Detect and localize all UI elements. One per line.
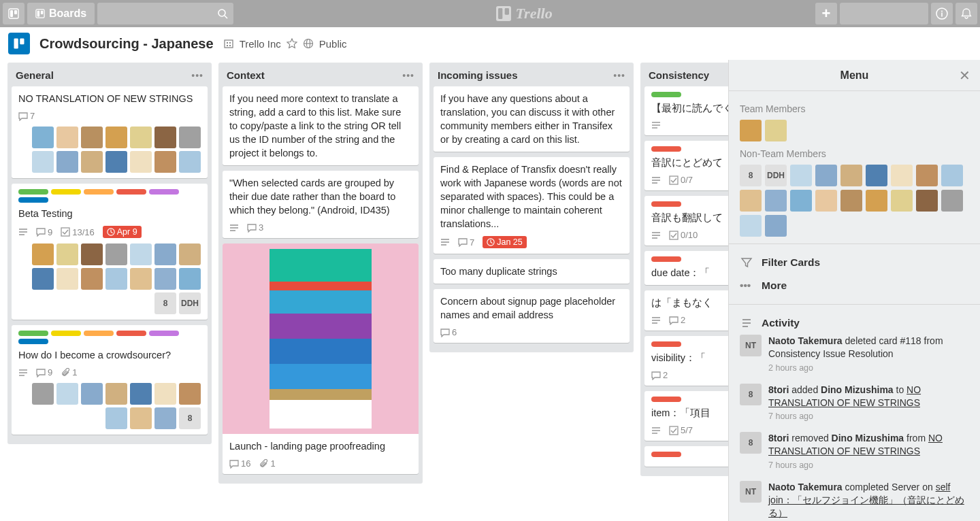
label[interactable] [84, 331, 114, 336]
avatar[interactable] [56, 127, 78, 148]
avatar[interactable]: NT [740, 335, 762, 356]
avatar[interactable] [154, 383, 176, 405]
avatar[interactable] [891, 165, 913, 186]
avatar[interactable] [105, 127, 127, 148]
avatar[interactable] [130, 243, 152, 265]
avatar[interactable] [740, 215, 762, 237]
visibility[interactable]: Public [319, 38, 347, 50]
card[interactable]: How do I become a crowdsourcer? 9 18 [12, 325, 208, 435]
card[interactable]: Launch - landing page proofreading 16 1 [223, 243, 419, 474]
avatar[interactable] [740, 120, 762, 141]
label[interactable] [651, 397, 681, 402]
avatar[interactable] [56, 268, 78, 290]
avatar[interactable] [105, 383, 127, 405]
label[interactable] [651, 341, 681, 347]
card[interactable]: は「まもなく 2 [644, 290, 728, 331]
create-button[interactable]: + [815, 3, 837, 24]
avatar[interactable] [179, 268, 201, 290]
avatar[interactable] [179, 151, 201, 173]
avatar[interactable] [130, 127, 152, 148]
label[interactable] [84, 189, 114, 195]
card[interactable]: item：「項目 5/7 [644, 391, 728, 441]
filter-cards-link[interactable]: Filter Cards [740, 251, 969, 274]
avatar[interactable] [105, 243, 127, 265]
label[interactable] [149, 331, 179, 336]
board-title[interactable]: Crowdsourcing - Japanese [39, 36, 214, 52]
avatar[interactable] [765, 190, 787, 212]
list-menu-icon[interactable]: ••• [402, 70, 414, 81]
card[interactable]: If you need more context to translate a … [223, 86, 419, 165]
avatar-initials[interactable]: 8 [154, 292, 176, 314]
star-icon[interactable] [287, 38, 297, 49]
boards-button[interactable]: Boards [27, 3, 95, 24]
search-input[interactable] [97, 3, 233, 24]
label[interactable] [18, 331, 48, 336]
avatar[interactable] [32, 151, 54, 173]
avatar[interactable] [56, 243, 78, 265]
card[interactable]: visibility：「 2 [644, 336, 728, 386]
avatar-initials[interactable]: 8 [740, 165, 762, 186]
card[interactable]: Too many duplicate strings [434, 259, 630, 284]
label[interactable] [149, 189, 179, 195]
avatar[interactable] [56, 383, 78, 405]
avatar[interactable] [81, 243, 103, 265]
label[interactable] [651, 201, 681, 207]
avatar[interactable] [179, 127, 201, 148]
avatar[interactable] [130, 268, 152, 290]
avatar[interactable] [154, 268, 176, 290]
avatar[interactable] [916, 190, 938, 212]
list-title[interactable]: Incoming issues [438, 69, 518, 81]
avatar[interactable] [81, 127, 103, 148]
avatar[interactable] [790, 165, 812, 186]
avatar[interactable] [105, 268, 127, 290]
avatar[interactable] [56, 151, 78, 173]
avatar[interactable] [866, 190, 887, 212]
avatar[interactable] [840, 165, 862, 186]
avatar-initials[interactable]: 8 [179, 407, 201, 429]
card[interactable] [644, 446, 728, 467]
avatar[interactable] [941, 165, 963, 186]
list-title[interactable]: General [16, 69, 54, 81]
label[interactable] [51, 189, 81, 195]
card[interactable]: NO TRANSLATION OF NEW STRINGS 7 [12, 86, 208, 178]
label[interactable] [51, 331, 81, 336]
avatar[interactable] [81, 268, 103, 290]
avatar[interactable] [130, 383, 152, 405]
label[interactable] [18, 189, 48, 195]
user-menu[interactable] [840, 3, 928, 24]
label[interactable] [651, 256, 681, 262]
avatar[interactable] [154, 407, 176, 429]
avatar[interactable] [765, 120, 787, 141]
card[interactable]: 音訳にとどめて 0/7 [644, 141, 728, 190]
card[interactable]: Find & Replace of Transfix doesn't reall… [434, 157, 630, 254]
avatar[interactable] [154, 243, 176, 265]
avatar[interactable] [32, 243, 54, 265]
card[interactable]: "When selected cards are grouped by thei… [223, 171, 419, 238]
card[interactable]: Beta Testing 9 13/16 Apr 98DDH [12, 184, 208, 320]
avatar[interactable]: NT [740, 481, 762, 503]
avatar[interactable] [941, 190, 963, 212]
avatar-initials[interactable]: DDH [765, 165, 787, 186]
avatar-initials[interactable]: DDH [179, 292, 201, 314]
list-title[interactable]: Consistency [649, 69, 709, 81]
avatar[interactable] [105, 151, 127, 173]
list-menu-icon[interactable]: ••• [613, 70, 625, 81]
board-canvas[interactable]: General•••NO TRANSLATION OF NEW STRINGS … [0, 60, 728, 521]
more-link[interactable]: ••• More [740, 274, 969, 297]
avatar[interactable] [154, 151, 176, 173]
avatar[interactable] [840, 190, 862, 212]
label[interactable] [651, 146, 681, 152]
label[interactable] [651, 92, 681, 97]
label[interactable] [18, 197, 48, 203]
close-icon[interactable]: ✕ [959, 67, 970, 84]
label[interactable] [116, 331, 146, 336]
avatar[interactable] [179, 383, 201, 405]
card[interactable]: 【最初に読んでください】使用方法 [644, 86, 728, 135]
avatar[interactable] [130, 407, 152, 429]
trello-logo[interactable]: Trello [236, 5, 813, 22]
avatar[interactable] [891, 190, 913, 212]
app-switcher-button[interactable] [3, 3, 24, 24]
avatar[interactable] [815, 165, 837, 186]
avatar[interactable] [765, 215, 787, 237]
notifications-button[interactable] [956, 3, 977, 24]
